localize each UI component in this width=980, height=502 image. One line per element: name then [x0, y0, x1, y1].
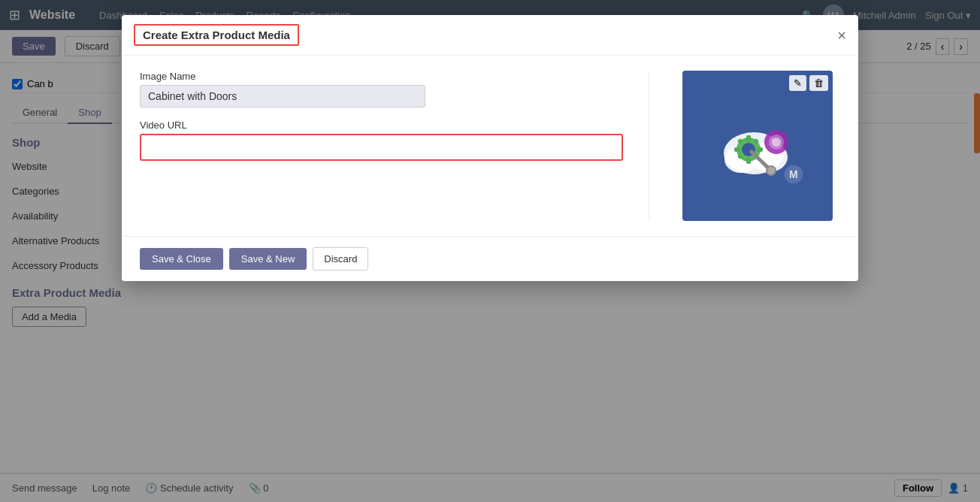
edit-image-button[interactable]: ✎ — [789, 75, 806, 91]
save-close-button[interactable]: Save & Close — [140, 248, 223, 270]
modal-title: Create Extra Product Media — [134, 24, 299, 46]
save-new-button[interactable]: Save & New — [229, 248, 307, 270]
image-toolbar: ✎ 🗑 — [789, 75, 828, 91]
modal-overlay: Create Extra Product Media × Image Name … — [0, 0, 980, 502]
delete-image-button[interactable]: 🗑 — [809, 75, 828, 91]
modal-discard-button[interactable]: Discard — [313, 247, 368, 271]
product-image: ✎ 🗑 — [682, 71, 833, 221]
modal-header: Create Extra Product Media × — [122, 15, 858, 56]
svg-rect-5 — [746, 135, 751, 141]
image-name-field: Image Name — [140, 71, 623, 107]
svg-rect-7 — [734, 147, 740, 152]
video-url-field: Video URL — [140, 119, 623, 161]
modal-form: Image Name Video URL — [140, 71, 623, 221]
svg-rect-6 — [746, 158, 751, 164]
modal-dialog: Create Extra Product Media × Image Name … — [122, 15, 858, 281]
video-url-wrapper — [140, 134, 623, 161]
image-name-label: Image Name — [140, 71, 623, 82]
modal-footer: Save & Close Save & New Discard — [122, 236, 858, 281]
product-image-svg: M — [705, 101, 810, 191]
modal-close-button[interactable]: × — [837, 28, 846, 43]
svg-text:M: M — [789, 168, 798, 180]
svg-point-14 — [767, 166, 776, 175]
image-name-input[interactable] — [140, 85, 425, 107]
video-url-label: Video URL — [140, 119, 623, 131]
modal-image-area: ✎ 🗑 — [675, 71, 840, 221]
modal-body: Image Name Video URL ✎ 🗑 — [122, 56, 858, 236]
modal-divider — [649, 71, 649, 221]
svg-rect-8 — [757, 147, 763, 152]
svg-point-17 — [772, 138, 781, 147]
video-url-input[interactable] — [143, 137, 425, 158]
